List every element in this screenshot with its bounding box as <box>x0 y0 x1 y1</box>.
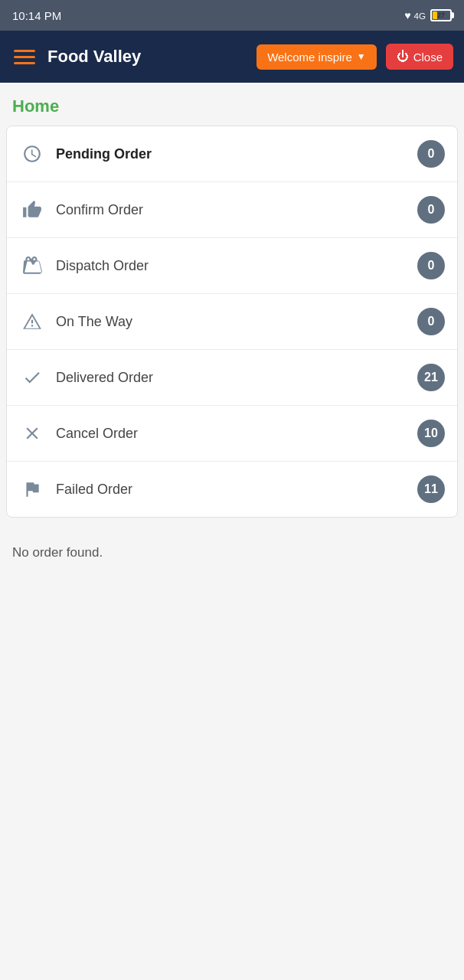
main-content: Home Pending Order 0 Confirm Order 0 <box>0 83 464 980</box>
delivered-icon <box>19 364 45 390</box>
status-time: 10:14 PM <box>12 9 61 22</box>
confirm-order-label: Confirm Order <box>56 202 407 218</box>
failed-order-label: Failed Order <box>56 482 407 498</box>
cancel-icon <box>19 420 45 446</box>
dispatch-order-label: Dispatch Order <box>56 258 407 274</box>
dispatch-icon <box>19 253 45 279</box>
hamburger-line-3 <box>14 62 35 64</box>
order-item-ontheway[interactable]: On The Way 0 <box>7 294 457 350</box>
hamburger-line-1 <box>14 50 35 52</box>
ontheway-icon <box>19 309 45 335</box>
order-item-pending[interactable]: Pending Order 0 <box>7 126 457 182</box>
failed-order-badge: 11 <box>417 475 445 503</box>
battery-icon: 27 <box>430 9 452 21</box>
delivered-order-badge: 21 <box>417 364 445 391</box>
close-icon: ⏻ <box>397 50 409 64</box>
header-title: Food Valley <box>47 47 247 67</box>
dispatch-order-badge: 0 <box>417 252 445 279</box>
order-item-confirm[interactable]: Confirm Order 0 <box>7 182 457 238</box>
status-right: ♥ 4G 27 <box>404 9 452 21</box>
confirm-icon <box>19 197 45 223</box>
header: Food Valley Welcome inspire ▼ ⏻ Close <box>0 31 464 83</box>
hamburger-line-2 <box>14 56 35 58</box>
confirm-order-badge: 0 <box>417 196 445 224</box>
cancel-order-badge: 10 <box>417 420 445 447</box>
ontheway-order-label: On The Way <box>56 314 407 330</box>
page-title: Home <box>0 83 464 126</box>
close-button[interactable]: ⏻ Close <box>386 44 453 70</box>
status-bar: 10:14 PM ♥ 4G 27 <box>0 0 464 31</box>
order-list-card: Pending Order 0 Confirm Order 0 Dispatch… <box>6 126 458 518</box>
order-item-delivered[interactable]: Delivered Order 21 <box>7 350 457 406</box>
pending-icon <box>19 141 45 167</box>
order-item-failed[interactable]: Failed Order 11 <box>7 462 457 517</box>
pending-order-label: Pending Order <box>56 146 407 162</box>
ontheway-order-badge: 0 <box>417 308 445 335</box>
no-order-text: No order found. <box>0 533 464 573</box>
chevron-down-icon: ▼ <box>357 51 366 62</box>
failed-icon <box>19 476 45 502</box>
order-item-dispatch[interactable]: Dispatch Order 0 <box>7 238 457 294</box>
hamburger-menu[interactable] <box>11 47 38 67</box>
welcome-dropdown-button[interactable]: Welcome inspire ▼ <box>257 44 377 70</box>
cancel-order-label: Cancel Order <box>56 426 407 442</box>
order-item-cancel[interactable]: Cancel Order 10 <box>7 406 457 462</box>
signal-icon: ♥ 4G <box>404 9 426 21</box>
delivered-order-label: Delivered Order <box>56 370 407 386</box>
pending-order-badge: 0 <box>417 140 445 168</box>
